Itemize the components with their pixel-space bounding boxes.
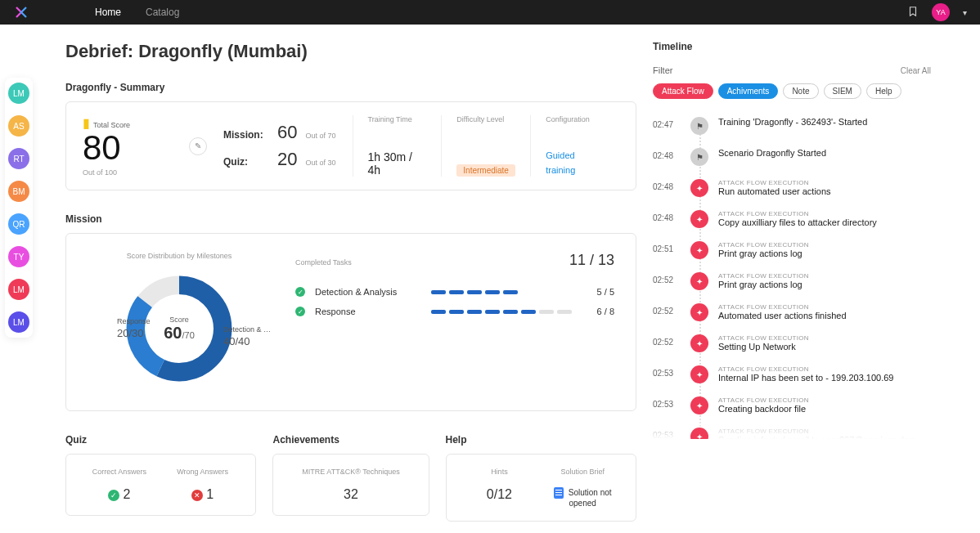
task-progress [431, 310, 572, 314]
mission-card: Score Distribution by Milestones Score 6… [65, 233, 636, 411]
timeline-message: Automated user actions finished [718, 311, 931, 320]
mitre-value: 32 [285, 487, 416, 502]
correct-answers-label: Correct Answers [78, 468, 161, 476]
timeline-message: Creating backdoor file [718, 404, 931, 414]
config-label: Configuration [546, 115, 605, 123]
timeline-item[interactable]: 02:48✦ATTACK FLOW EXECUTIONRun automated… [653, 172, 931, 204]
topnav: Home Catalog [95, 7, 179, 18]
filter-chip[interactable]: SIEM [824, 83, 861, 99]
timeline-dot-icon: ✦ [690, 396, 708, 414]
task-progress [431, 290, 572, 294]
timeline-item[interactable]: 02:52✦ATTACK FLOW EXECUTIONPrint gray ac… [653, 266, 931, 297]
timeline-category: ATTACK FLOW EXECUTION [718, 241, 931, 249]
timeline-time: 02:51 [653, 241, 681, 259]
summary-card: ▮Total Score 80 Out of 100 ✎ Mission: 60… [65, 101, 636, 190]
timeline-item[interactable]: 02:52✦ATTACK FLOW EXECUTIONAutomated use… [653, 297, 931, 328]
chevron-down-icon[interactable]: ▾ [963, 8, 967, 17]
achievements-card: MITRE ATT&CK® Techniques 32 [272, 454, 429, 516]
config-link[interactable]: Guided training [546, 150, 575, 175]
hints-value: 0/12 [458, 487, 542, 502]
timeline-category: ATTACK FLOW EXECUTION [718, 210, 931, 217]
task-fraction: 6 / 8 [582, 307, 614, 316]
donut-left-label: Response 20/30 [117, 317, 151, 341]
user-chip[interactable]: LM [8, 311, 29, 333]
task-fraction: 5 / 5 [582, 287, 614, 297]
bookmark-icon[interactable] [907, 6, 919, 20]
timeline-category: ATTACK FLOW EXECUTION [718, 179, 931, 186]
timeline-item[interactable]: 02:53✦ATTACK FLOW EXECUTIONInternal IP h… [653, 359, 931, 390]
timeline-dot-icon: ✦ [690, 303, 708, 321]
difficulty-badge: Intermediate [456, 164, 515, 177]
mission-heading: Mission [65, 213, 636, 225]
clear-all-link[interactable]: Clear All [901, 66, 931, 75]
donut-center-label: Score [169, 316, 189, 324]
summary-heading: Dragonfly - Summary [65, 82, 636, 93]
user-avatar[interactable]: YA [932, 3, 950, 21]
total-score-value: 80 [83, 131, 173, 165]
timeline-category: ATTACK FLOW EXECUTION [718, 303, 931, 311]
hints-label: Hints [458, 468, 542, 476]
timeline-time: 02:48 [653, 179, 681, 197]
edit-button[interactable]: ✎ [189, 137, 207, 155]
document-icon [554, 487, 564, 499]
mitre-label: MITRE ATT&CK® Techniques [285, 468, 416, 476]
filter-chip[interactable]: Help [866, 83, 901, 99]
timeline-item[interactable]: 02:52✦ATTACK FLOW EXECUTIONSetting Up Ne… [653, 328, 931, 359]
filter-chip[interactable]: Achivments [718, 83, 779, 99]
timeline-time: 02:52 [653, 303, 681, 321]
timeline-message: Copy auxilliary files to attacker direct… [718, 217, 931, 227]
training-time-value: 1h 30m / 4h [368, 150, 427, 177]
timeline-time: 02:53 [653, 396, 681, 414]
timeline-time: 02:47 [653, 117, 681, 135]
timeline-time: 02:52 [653, 272, 681, 290]
timeline-time: 02:48 [653, 210, 681, 228]
quiz-card: Correct Answers ✓2 Wrong Answers ✕1 [65, 454, 256, 516]
timeline-message: Setting Up Network [718, 342, 931, 352]
timeline-time: 02:53 [653, 365, 681, 383]
check-icon: ✓ [295, 287, 305, 297]
timeline-message: Run automated user actions [718, 186, 931, 196]
task-row: ✓Response6 / 8 [295, 302, 614, 321]
check-icon: ✓ [295, 307, 305, 316]
user-chip[interactable]: TY [8, 246, 29, 267]
total-score-sub: Out of 100 [83, 168, 173, 177]
timeline-message: Print gray actions log [718, 280, 931, 289]
filter-chips: Attack FlowAchivmentsNoteSIEMHelp [653, 83, 931, 99]
task-name: Detection & Analysis [315, 287, 421, 297]
timeline-message: Print gray actions log [718, 249, 931, 258]
solution-brief-label: Solution Brief [541, 468, 624, 476]
timeline-item[interactable]: 02:47⚑Training 'Dragonfly - 362493'- Sta… [653, 110, 931, 141]
app-logo [13, 4, 29, 20]
donut-title: Score Distribution by Milestones [88, 252, 271, 260]
timeline-dot-icon: ⚑ [690, 117, 708, 135]
task-row: ✓Detection & Analysis5 / 5 [295, 282, 614, 302]
filter-chip[interactable]: Note [783, 83, 818, 99]
nav-home[interactable]: Home [95, 7, 121, 18]
donut-center-total: /70 [182, 330, 194, 340]
wrong-answers-value: 1 [206, 487, 214, 501]
timeline-dot-icon: ✦ [690, 210, 708, 228]
quiz-score-label: Quiz: [223, 156, 269, 168]
quiz-score-value: 20 [277, 149, 297, 170]
user-chip[interactable]: LM [8, 279, 29, 300]
check-icon: ✓ [108, 490, 119, 501]
user-chip[interactable]: AS [8, 115, 29, 137]
user-chip[interactable]: BM [8, 181, 29, 202]
timeline-item[interactable]: 02:48⚑Scenario Dragonfly Started [653, 141, 931, 172]
nav-catalog[interactable]: Catalog [146, 7, 179, 18]
timeline-item[interactable]: 02:51✦ATTACK FLOW EXECUTIONPrint gray ac… [653, 235, 931, 266]
filter-chip[interactable]: Attack Flow [653, 83, 713, 99]
timeline-list[interactable]: 02:47⚑Training 'Dragonfly - 362493'- Sta… [653, 110, 931, 439]
achievements-heading: Achievements [272, 434, 429, 446]
user-chip[interactable]: LM [8, 83, 29, 104]
difficulty-label: Difficulty Level [456, 115, 515, 123]
user-chip[interactable]: QR [8, 213, 29, 235]
timeline-time: 02:52 [653, 334, 681, 352]
timeline-item[interactable]: 02:48✦ATTACK FLOW EXECUTIONCopy auxillia… [653, 204, 931, 235]
user-chip[interactable]: RT [8, 148, 29, 169]
help-heading: Help [446, 434, 636, 446]
timeline-dot-icon: ✦ [690, 334, 708, 352]
solution-brief-value: Solution not opened [569, 488, 612, 508]
donut-center-value: 60 [164, 324, 182, 342]
quiz-heading: Quiz [65, 434, 256, 446]
